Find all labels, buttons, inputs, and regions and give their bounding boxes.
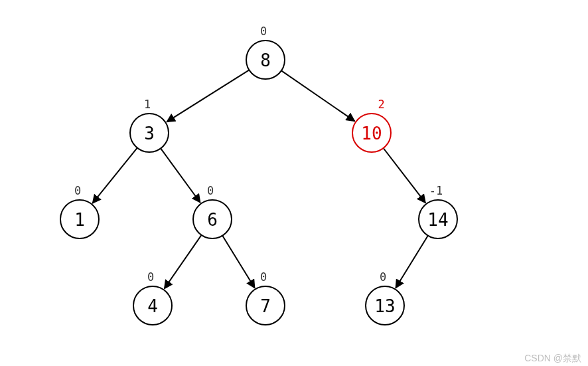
tree-edge bbox=[384, 148, 425, 203]
tree-edge bbox=[222, 236, 255, 288]
tree-edge bbox=[161, 148, 200, 203]
tree-edge bbox=[396, 236, 428, 288]
balance-label: 1 bbox=[144, 98, 151, 111]
nodes-layer: 8031102106014-14070130 bbox=[60, 25, 457, 325]
tree-node-7: 70 bbox=[246, 270, 285, 325]
tree-node-8: 80 bbox=[246, 25, 285, 79]
balance-label: 0 bbox=[380, 270, 386, 284]
tree-edge bbox=[281, 70, 355, 121]
tree-node-6: 60 bbox=[193, 184, 232, 238]
node-value: 3 bbox=[144, 124, 155, 143]
tree-edge bbox=[92, 148, 137, 203]
tree-node-14: 14-1 bbox=[419, 184, 457, 238]
balance-label: 0 bbox=[74, 184, 81, 197]
node-value: 14 bbox=[427, 210, 448, 230]
tree-edge bbox=[167, 70, 249, 122]
tree-node-13: 130 bbox=[366, 270, 404, 325]
tree-node-3: 31 bbox=[130, 98, 169, 152]
tree-edge bbox=[165, 235, 202, 289]
balance-label: 0 bbox=[207, 184, 214, 197]
balance-label: 0 bbox=[260, 25, 267, 38]
node-value: 6 bbox=[207, 210, 218, 230]
node-value: 7 bbox=[260, 296, 271, 316]
node-value: 4 bbox=[147, 296, 158, 316]
node-value: 10 bbox=[361, 124, 382, 143]
tree-diagram: 8031102106014-14070130 CSDN @禁默 bbox=[0, 0, 588, 366]
node-value: 13 bbox=[374, 296, 395, 316]
tree-node-1: 10 bbox=[60, 184, 99, 238]
balance-label: 2 bbox=[378, 98, 384, 111]
balance-label: 0 bbox=[147, 270, 154, 284]
balance-label: -1 bbox=[429, 184, 443, 197]
node-value: 8 bbox=[260, 50, 271, 70]
balance-label: 0 bbox=[260, 270, 267, 284]
node-value: 1 bbox=[74, 210, 85, 230]
tree-node-10: 102 bbox=[352, 98, 391, 152]
watermark-text: CSDN @禁默 bbox=[524, 353, 581, 363]
tree-node-4: 40 bbox=[133, 270, 172, 325]
